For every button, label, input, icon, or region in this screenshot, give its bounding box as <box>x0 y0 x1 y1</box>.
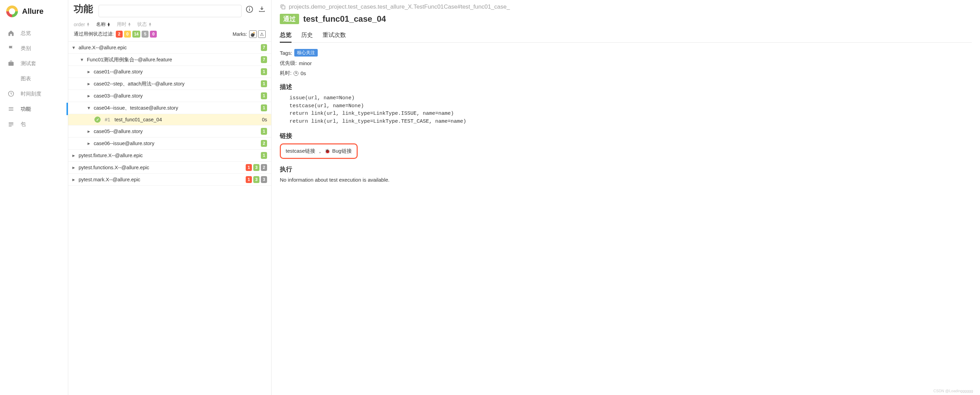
filter-row: 通过用例状态过滤: 201450 Marks: 💣 ⚠ <box>68 29 271 41</box>
tree-title: case02--step、attach用法--@allure.story <box>94 81 259 87</box>
breadcrumb-text: projects.demo_project.test_cases.test_al… <box>289 3 510 10</box>
clock-icon <box>294 71 298 76</box>
filter-badge[interactable]: 2 <box>116 31 123 38</box>
chevron-down-icon: ▾ <box>88 105 92 111</box>
sidebar-item-label: 类别 <box>21 45 31 52</box>
exec-text: No information about test execution is a… <box>280 177 972 183</box>
tree-title: test_func01_case_04 <box>115 117 260 123</box>
tree-title: pytest.mark.X--@allure.epic <box>79 177 243 182</box>
middle-pane: 功能 order▲▼名称▲▼用时▲▼状态▲▼ 通过用例状态过滤: 201450 … <box>68 0 272 395</box>
sidebar: Allure 总览类别测试套图表时间刻度功能包 <box>0 0 68 395</box>
tree-title: case03--@allure.story <box>94 93 259 99</box>
chevron-down-icon: ▾ <box>72 45 76 50</box>
tree: ▾allure.X--@allure.epic7▾Func01测试用例集合--@… <box>68 41 271 395</box>
tab-1[interactable]: 历史 <box>301 28 313 42</box>
allure-logo-icon <box>6 5 18 17</box>
tree-node[interactable]: ▸case02--step、attach用法--@allure.story1 <box>68 78 271 90</box>
stack-icon <box>8 121 14 127</box>
count-badge: 3 <box>253 164 259 171</box>
sort-col-状态[interactable]: 状态▲▼ <box>137 21 152 27</box>
sidebar-item-briefcase[interactable]: 测试套 <box>0 56 68 71</box>
count-badge: 1 <box>246 164 252 171</box>
mark-bomb-icon[interactable]: 💣 <box>249 30 257 38</box>
tree-node[interactable]: ▸pytest.fixture.X--@allure.epic1 <box>68 150 271 162</box>
count-badge: 2 <box>261 140 267 147</box>
filter-badge[interactable]: 0 <box>150 31 157 38</box>
copy-icon[interactable] <box>280 4 286 10</box>
tab-0[interactable]: 总览 <box>280 28 291 42</box>
tree-node[interactable]: ▾Func01测试用例集合--@allure.feature7 <box>68 54 271 66</box>
chevron-down-icon: ▾ <box>81 57 85 62</box>
tree-node[interactable]: ▸case06--issue@allure.story2 <box>68 137 271 150</box>
test-number: #1 <box>105 117 110 123</box>
page-title: 功能 <box>74 3 94 14</box>
brand-name: Allure <box>22 7 43 16</box>
home-icon <box>8 30 14 37</box>
chevron-right-icon: ▸ <box>72 165 76 170</box>
links-heading: 链接 <box>280 132 972 140</box>
sort-col-order[interactable]: order▲▼ <box>74 22 90 27</box>
count-badge: 7 <box>261 56 267 63</box>
sort-row: order▲▼名称▲▼用时▲▼状态▲▼ <box>68 19 271 29</box>
chevron-right-icon: ▸ <box>88 141 92 146</box>
middle-header: 功能 <box>68 0 271 19</box>
filter-badge[interactable]: 0 <box>124 31 131 38</box>
tree-title: pytest.fixture.X--@allure.epic <box>79 153 259 158</box>
filter-badge[interactable]: 14 <box>132 31 140 38</box>
tree-title: allure.X--@allure.epic <box>79 45 259 50</box>
testcase-link[interactable]: testcase链接 <box>286 148 315 154</box>
tree-node[interactable]: ▾case04--issue、testcase@allure.story1 <box>68 102 271 114</box>
filter-badge[interactable]: 5 <box>142 31 148 38</box>
tree-leaf[interactable]: #1test_func01_case_040s <box>68 114 271 126</box>
tree-node[interactable]: ▾allure.X--@allure.epic7 <box>68 42 271 54</box>
tree-node[interactable]: ▸pytest.functions.X--@allure.epic132 <box>68 162 271 174</box>
list-icon <box>8 105 14 112</box>
sort-col-用时[interactable]: 用时▲▼ <box>117 21 131 27</box>
duration-label: 耗时: <box>280 70 291 76</box>
sidebar-item-label: 测试套 <box>21 61 36 67</box>
count-badge: 1 <box>246 176 252 183</box>
tab-2[interactable]: 重试次数 <box>323 28 346 42</box>
bug-link[interactable]: Bug链接 <box>332 148 352 154</box>
tree-node[interactable]: ▸pytest.mark.X--@allure.epic133 <box>68 174 271 186</box>
svg-rect-3 <box>249 9 250 11</box>
tree-node[interactable]: ▸case03--@allure.story1 <box>68 90 271 102</box>
svg-rect-4 <box>249 8 250 8</box>
sidebar-item-list[interactable]: 功能 <box>0 101 68 116</box>
breadcrumb: projects.demo_project.test_cases.test_al… <box>280 3 972 10</box>
sort-col-名称[interactable]: 名称▲▼ <box>96 21 111 27</box>
sidebar-item-flag[interactable]: 类别 <box>0 41 68 56</box>
chart-icon <box>8 75 14 82</box>
tag-pill[interactable]: 核心关注 <box>294 49 318 57</box>
briefcase-icon <box>8 60 14 67</box>
sidebar-item-home[interactable]: 总览 <box>0 25 68 41</box>
duration: 0s <box>262 117 267 123</box>
tree-node[interactable]: ▸case05--@allure.story1 <box>68 126 271 137</box>
count-badge: 1 <box>261 104 267 111</box>
tree-title: pytest.functions.X--@allure.epic <box>79 165 243 170</box>
tree-title: Func01测试用例集合--@allure.feature <box>87 57 259 63</box>
search-input[interactable] <box>99 5 242 17</box>
chevron-right-icon: ▸ <box>88 69 92 75</box>
sidebar-item-clock[interactable]: 时间刻度 <box>0 86 68 101</box>
tree-node[interactable]: ▸case01--@allure.story1 <box>68 66 271 78</box>
tree-title: case01--@allure.story <box>94 69 259 75</box>
sidebar-item-stack[interactable]: 包 <box>0 116 68 132</box>
description-code: issue(url, name=None) testcase(url, name… <box>280 94 972 126</box>
detail-tabs: 总览历史重试次数 <box>280 28 972 43</box>
pass-icon <box>94 116 100 123</box>
svg-rect-0 <box>9 62 14 66</box>
count-badge: 1 <box>261 68 267 75</box>
sort-arrows-icon: ▲▼ <box>148 22 152 27</box>
count-badge: 3 <box>261 176 267 183</box>
info-icon[interactable] <box>246 5 253 14</box>
description-heading: 描述 <box>280 83 972 91</box>
sidebar-item-chart[interactable]: 图表 <box>0 71 68 86</box>
mark-warning-icon[interactable]: ⚠ <box>258 30 266 38</box>
chevron-right-icon: ▸ <box>88 93 92 99</box>
chevron-right-icon: ▸ <box>88 81 92 86</box>
exec-heading: 执行 <box>280 165 972 174</box>
download-icon[interactable] <box>258 5 266 14</box>
count-badge: 1 <box>261 80 267 87</box>
tree-title: case05--@allure.story <box>94 129 259 134</box>
